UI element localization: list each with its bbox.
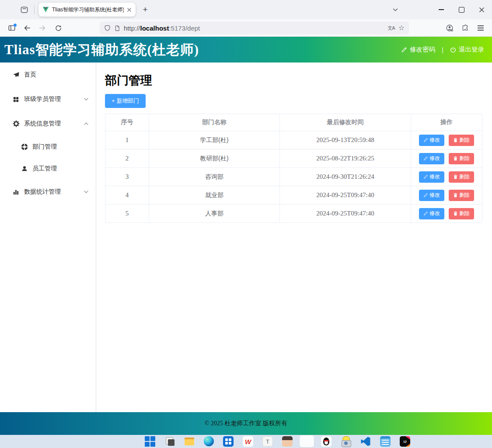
logout-label: 退出登录 <box>459 45 484 54</box>
back-icon <box>23 24 31 32</box>
delete-button[interactable]: 删除 <box>449 208 474 219</box>
add-dept-button[interactable]: + 新增部门 <box>105 94 146 108</box>
table-row: 3 咨询部 2024-09-30T21:26:24 修改删除 <box>105 168 482 186</box>
table-row: 1 学工部(杜) 2025-09-13T20:59:48 修改删除 <box>105 131 482 149</box>
microsoft-store-icon[interactable] <box>223 436 234 447</box>
window-maximize-button[interactable] <box>451 0 471 19</box>
change-password-link[interactable]: 修改密码 <box>401 45 435 54</box>
cell-time: 2024-09-25T09:47:40 <box>280 205 411 223</box>
intellij-idea-icon[interactable]: IJ <box>400 436 410 447</box>
wechat-avatar-icon[interactable] <box>282 436 293 447</box>
cell-ops: 修改删除 <box>411 168 482 186</box>
sidebar-item-emp-mgmt[interactable]: 员工管理 <box>0 158 96 180</box>
cell-ops: 修改删除 <box>411 149 482 168</box>
sidebar-item-dept-mgmt[interactable]: 部门管理 <box>0 136 96 158</box>
col-header-time: 最后修改时间 <box>280 114 411 131</box>
edit-button[interactable]: 修改 <box>419 208 444 219</box>
qq-icon[interactable] <box>321 436 331 447</box>
translate-icon[interactable]: 文A <box>387 25 394 31</box>
tab-title: Tlias智能学习辅助系统(杜老师) <box>52 6 124 14</box>
close-icon <box>479 7 485 13</box>
cell-name: 人事部 <box>149 205 280 223</box>
edit-button[interactable]: 修改 <box>419 153 444 164</box>
edit-pen-icon <box>423 138 428 142</box>
cell-time: 2024-09-30T21:26:24 <box>280 168 411 186</box>
active-tab[interactable]: Tlias智能学习辅助系统(杜老师) <box>38 3 136 17</box>
logout-link[interactable]: 退出登录 <box>450 45 484 54</box>
tab-divider <box>34 5 35 14</box>
copyright-text: © 2025 杜老师工作室 版权所有 <box>205 420 287 427</box>
change-password-label: 修改密码 <box>410 45 435 54</box>
file-explorer-icon[interactable] <box>184 436 195 447</box>
shield-icon <box>104 24 111 31</box>
table-row: 5 人事部 2024-09-25T09:47:40 修改删除 <box>105 205 482 223</box>
windows-taskbar: W T IJ <box>0 435 492 448</box>
edit-button[interactable]: 修改 <box>419 171 444 183</box>
typora-icon[interactable]: T <box>262 436 273 447</box>
reload-icon <box>55 24 62 32</box>
task-view-icon[interactable] <box>164 436 175 447</box>
reload-button[interactable] <box>51 21 65 35</box>
back-button[interactable] <box>20 21 34 35</box>
menu-button[interactable] <box>474 21 488 35</box>
edge-browser-icon[interactable] <box>204 436 214 446</box>
firefox-icon[interactable] <box>302 436 312 446</box>
sidebar-item-label: 员工管理 <box>32 165 89 173</box>
sidebar-toggle-button[interactable] <box>5 21 19 35</box>
delete-button[interactable]: 删除 <box>449 135 474 146</box>
help-ring-icon <box>21 143 28 151</box>
delete-button[interactable]: 删除 <box>449 153 474 164</box>
screen: Tlias智能学习辅助系统(杜老师) + http://lo <box>0 0 492 448</box>
account-button[interactable] <box>443 21 457 35</box>
paper-plane-icon <box>12 71 20 79</box>
header-divider: | <box>442 46 443 53</box>
wps-office-icon[interactable]: W <box>243 436 253 447</box>
dept-table: 序号 部门名称 最后修改时间 操作 1 学工部(杜) 2025-09-13T20… <box>105 114 482 223</box>
url-path: :5173/dept <box>169 24 200 32</box>
bookmark-star-icon[interactable]: ☆ <box>398 24 405 31</box>
puzzle-icon <box>461 24 469 32</box>
sidebar-item-data-stats[interactable]: 数据统计管理 <box>0 180 96 204</box>
trash-icon <box>453 193 458 198</box>
edit-pen-icon <box>423 211 428 216</box>
user-icon <box>21 165 28 173</box>
new-tab-button[interactable]: + <box>139 3 151 16</box>
chevron-down-icon <box>84 97 89 102</box>
forward-icon <box>38 24 46 32</box>
vue-logo-icon <box>42 7 49 13</box>
windows-start-icon[interactable] <box>145 436 155 447</box>
maximize-icon <box>459 7 464 13</box>
trash-icon <box>453 211 458 216</box>
tab-close-icon[interactable] <box>127 7 132 12</box>
notes-icon[interactable] <box>380 436 391 447</box>
col-header-seq: 序号 <box>105 114 149 131</box>
account-icon <box>446 24 454 32</box>
cell-name: 咨询部 <box>149 168 280 186</box>
sidebar: 首页 班级学员管理 系统信息管理 <box>0 63 96 412</box>
delete-button[interactable]: 删除 <box>449 171 474 183</box>
forward-button[interactable] <box>35 21 49 35</box>
tab-list-chevron-icon[interactable] <box>389 4 401 15</box>
extensions-button[interactable] <box>458 21 472 35</box>
window-minimize-button[interactable] <box>431 0 451 19</box>
hamburger-icon <box>478 25 484 30</box>
grid-icon <box>12 96 20 103</box>
browser-navbar: http://localhost:5173/dept 文A ☆ <box>0 19 492 37</box>
edit-button[interactable]: 修改 <box>419 190 444 201</box>
cell-time: 2025-09-13T20:59:48 <box>280 131 411 149</box>
window-close-button[interactable] <box>471 0 492 19</box>
cell-ops: 修改删除 <box>411 186 482 205</box>
sidebar-item-class-student[interactable]: 班级学员管理 <box>0 87 96 111</box>
edit-pen-icon <box>423 156 428 161</box>
delete-button[interactable]: 删除 <box>449 190 474 201</box>
edit-button[interactable]: 修改 <box>419 135 444 146</box>
url-host: localhost <box>140 24 169 32</box>
sidebar-item-label: 系统信息管理 <box>24 120 84 128</box>
vscode-icon[interactable] <box>360 436 371 447</box>
sidebar-item-home[interactable]: 首页 <box>0 63 96 87</box>
minimize-icon <box>439 9 444 10</box>
url-bar[interactable]: http://localhost:5173/dept 文A ☆ <box>100 21 409 35</box>
screenshot-tool-icon[interactable] <box>341 436 351 447</box>
firefox-view-button[interactable] <box>18 5 30 14</box>
sidebar-item-system-info[interactable]: 系统信息管理 <box>0 111 96 136</box>
